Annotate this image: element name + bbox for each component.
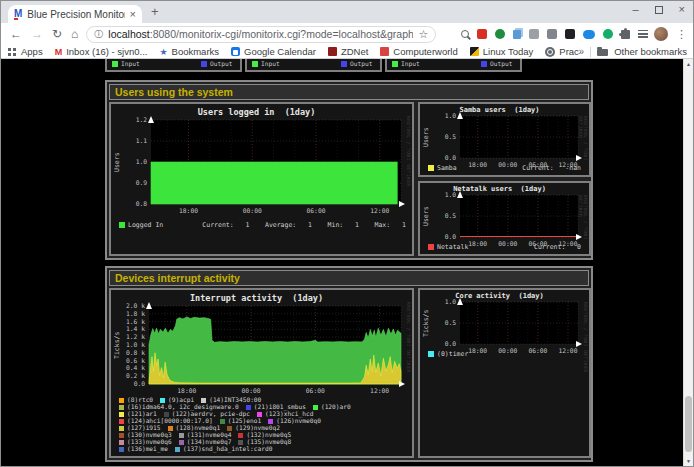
y-tick-label: 2.0 k	[118, 303, 145, 309]
extensions-area	[461, 29, 648, 39]
section-users: Users using the system Users logged in (…	[105, 80, 593, 260]
legend-swatch	[313, 405, 318, 410]
graph-interrupt-activity[interactable]: Interrupt activity (1day)Ticks/s2.0 k1.8…	[109, 288, 414, 458]
output-legend: Output	[201, 60, 232, 67]
other-bookmarks-button[interactable]: Other bookmarks	[614, 46, 687, 57]
bookmark-label: Inbox (16) - sjvn0...	[66, 46, 147, 57]
partial-graph-box[interactable]: InputOutput	[385, 59, 522, 72]
y-tick-label: 0.0	[118, 381, 145, 387]
scroll-down-icon[interactable]: ▼	[684, 458, 693, 464]
bookmark-zdnet[interactable]: ZDNet	[328, 46, 368, 57]
reload-icon[interactable]: ↻	[52, 28, 62, 40]
rrdtool-watermark: RRDTOOL / TOBI OETIKER	[406, 302, 411, 373]
x-tick-label: 06:00	[302, 388, 328, 394]
rrdtool-watermark: RRDTOOL / TOBI OETIKER	[406, 116, 411, 187]
new-tab-button[interactable]: +	[151, 4, 159, 19]
legend-swatch	[119, 447, 124, 452]
input-legend: Input	[252, 60, 280, 67]
y-tick-label: 0.6 k	[118, 358, 145, 364]
input-legend: Input	[112, 60, 140, 67]
gmail-extension-icon[interactable]	[477, 29, 487, 39]
green-extension-icon[interactable]	[495, 29, 505, 39]
wordpress-icon	[545, 47, 555, 57]
legend-entry: (120)ar0	[313, 404, 351, 410]
y-tick-label: 1.4 k	[118, 326, 145, 332]
profile-avatar[interactable]	[654, 27, 668, 41]
window-controls: – ×	[632, 3, 685, 15]
zdnet-icon	[328, 47, 337, 56]
reading-list-extension-icon[interactable]	[638, 30, 648, 38]
forward-icon[interactable]: →	[31, 28, 43, 40]
scroll-up-icon[interactable]: ▲	[684, 61, 693, 67]
linuxtoday-icon	[470, 47, 479, 56]
close-window-button[interactable]: ×	[679, 3, 685, 15]
graph-core-activity[interactable]: Core activity (1day)Ticks/s1.00.50.018:0…	[418, 288, 591, 458]
legend-swatch	[257, 412, 262, 417]
home-icon[interactable]: ⌂	[71, 28, 78, 40]
input-legend: Input	[392, 60, 420, 67]
bookmark-linuxtoday[interactable]: Linux Today	[470, 46, 534, 57]
y-tick-label: 0.5	[429, 213, 456, 219]
y-tick-label: 0.2 k	[118, 373, 145, 379]
bookmark-computerworld[interactable]: Computerworld	[380, 46, 457, 57]
legend-swatch	[341, 61, 347, 67]
graph-users-logged-in[interactable]: Users logged in (1day)Users1.21.11.00.90…	[109, 102, 414, 256]
partial-graph-box[interactable]: InputOutput	[105, 59, 242, 72]
partial-graph-box[interactable]: InputOutput	[245, 59, 382, 72]
tab-strip: M Blue Precision Monitorix × + – ×	[1, 1, 693, 23]
browser-tab[interactable]: M Blue Precision Monitorix ×	[8, 5, 142, 23]
page-content: InputOutputInputOutputInputOutput Users …	[105, 59, 593, 467]
y-tick-label: 1.2	[120, 117, 147, 123]
bookmark-label: Computerworld	[393, 46, 457, 57]
screenshot-extension-icon[interactable]	[529, 29, 539, 39]
bookmark-star-icon[interactable]: ☆	[418, 28, 428, 41]
legend-swatch	[238, 440, 243, 445]
y-tick-label: 0.8	[120, 201, 147, 207]
scrollbar[interactable]: ▲ ▼	[683, 59, 693, 466]
dark-app-extension-icon[interactable]	[565, 29, 575, 39]
bookmark-wordpress[interactable]: Practical Technol...	[545, 46, 578, 57]
page-info-icon[interactable]: ⓘ	[94, 28, 103, 41]
minimize-button[interactable]: –	[632, 3, 638, 15]
legend-swatch	[112, 61, 118, 67]
bookmark-calendar[interactable]: Google Calendar	[231, 46, 316, 57]
url-path: :8080/monitorix-cgi/monitorix.cgi?mode=l…	[150, 28, 414, 40]
tab-close-icon[interactable]: ×	[130, 8, 136, 20]
bookmark-apps-grid[interactable]: Apps	[7, 46, 43, 57]
scroll-thumb[interactable]	[685, 396, 692, 452]
omnibox[interactable]: ⓘ localhost:8080/monitorix-cgi/monitorix…	[86, 26, 436, 43]
gmail-m-icon: M	[55, 47, 63, 57]
x-tick-label: 00:00	[238, 388, 264, 394]
y-tick-label: 0.8 k	[118, 350, 145, 356]
legend-row: (136)mei_me(137)snd_hda_intel:card0	[119, 446, 408, 453]
browser-menu-icon[interactable]: ⋮	[676, 28, 687, 41]
grammarly-extension-icon[interactable]	[603, 29, 613, 39]
legend-swatch	[119, 222, 125, 228]
legend-swatch	[428, 351, 434, 357]
graph-samba-users[interactable]: Samba users (1day)Users1.00.50.018:0000:…	[418, 102, 591, 177]
bookmark-gmail-m[interactable]: MInbox (16) - sjvn0...	[55, 46, 148, 57]
legend-row: (16)idma64.0, i2c_designware.0(21)i801_s…	[119, 404, 408, 411]
y-tick-label: 1.0	[120, 159, 147, 165]
messenger-extension-icon[interactable]	[583, 30, 595, 39]
calendar-icon	[231, 47, 240, 56]
legend-swatch	[201, 398, 206, 403]
y-tick-label: 1.1	[120, 138, 147, 144]
bookmarks-right: » Other bookmarks	[579, 46, 687, 57]
graph-netatalk-users[interactable]: Netatalk users (1day)Users1.00.50.018:00…	[418, 181, 591, 256]
puzzle-extension-icon[interactable]	[621, 30, 630, 39]
maximize-button[interactable]	[655, 6, 663, 14]
legend-entry: (136)mei_me	[119, 446, 168, 452]
cast-extension-icon[interactable]	[547, 29, 557, 39]
plot-area	[460, 116, 578, 158]
bookmark-label: Apps	[21, 46, 43, 57]
copy-pages-extension-icon[interactable]	[513, 30, 521, 39]
legend-swatch	[119, 412, 124, 417]
back-icon[interactable]: ←	[10, 28, 22, 40]
search-extension-icon[interactable]	[461, 30, 469, 38]
bookmark-star[interactable]: ★Bookmarks	[159, 46, 219, 57]
plot-area	[149, 306, 401, 384]
bookmarks-overflow-icon[interactable]: »	[579, 46, 585, 57]
legend-swatch	[428, 165, 434, 171]
legend-swatch	[164, 412, 169, 417]
